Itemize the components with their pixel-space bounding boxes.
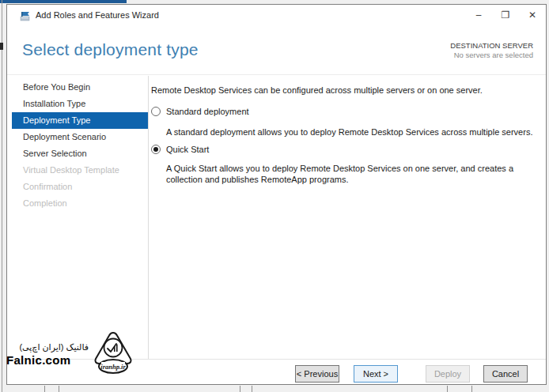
nav-content-divider [148,76,149,359]
falnic-watermark: فالنیک (ایران اچ‌پی) Falnic.com iranhp.i… [2,334,138,375]
deploy-button[interactable]: Deploy [426,365,470,383]
page-title: Select deployment type [22,40,199,59]
nav-item-confirmation: Confirmation [12,179,148,195]
destination-server-block: DESTINATION SERVER No servers are select… [450,41,533,60]
nav-item-virtual-desktop-template: Virtual Desktop Template [12,162,148,179]
title-bar[interactable]: Add Roles and Features Wizard – ❐ ✕ [7,5,546,25]
background-grid-line [59,386,59,392]
minimize-button[interactable]: – [465,5,492,25]
background-grid-line [240,386,240,392]
intro-text: Remote Desktop Services can be configure… [151,85,543,96]
watermark-text: فالنیک (ایران اچ‌پی) Falnic.com [2,341,89,367]
background-grid-line [447,386,448,392]
close-button[interactable]: ✕ [519,5,546,25]
standard-deployment-description: A standard deployment allows you to depl… [166,126,549,138]
window-title: Add Roles and Features Wizard [36,10,159,20]
nav-item-installation-type[interactable]: Installation Type [12,96,148,112]
nav-item-deployment-type[interactable]: Deployment Type [12,112,148,129]
iranhp-logo: iranhp.ir [90,330,136,378]
nav-item-server-selection[interactable]: Server Selection [12,145,148,162]
background-window-strip [0,0,127,3]
standard-deployment-option[interactable]: Standard deployment [151,107,249,116]
standard-deployment-label[interactable]: Standard deployment [166,107,249,116]
background-artifact [0,43,3,50]
watermark-domain-text: Falnic.com [2,353,89,367]
destination-server-label: DESTINATION SERVER [450,41,533,51]
background-grid-line [252,386,252,392]
nav-item-before-you-begin[interactable]: Before You Begin [12,79,148,96]
destination-server-status: No servers are selected [450,51,533,60]
next-button[interactable]: Next > [354,365,398,383]
nav-item-deployment-scenario[interactable]: Deployment Scenario [12,129,148,145]
maximize-button[interactable]: ❐ [492,5,519,25]
wizard-flag-icon [20,10,31,21]
screen: Add Roles and Features Wizard – ❐ ✕ Sele… [0,0,549,392]
standard-deployment-radio[interactable] [151,107,161,116]
quick-start-radio[interactable] [151,145,161,154]
header-separator [7,74,546,75]
wizard-nav: Before You Begin Installation Type Deplo… [12,79,148,212]
wizard-dialog: Add Roles and Features Wizard – ❐ ✕ Sele… [6,4,547,385]
quick-start-description: A Quick Start allows you to deploy Remot… [166,163,549,185]
previous-button[interactable]: < Previous [295,365,339,383]
watermark-persian-text: فالنیک (ایران اچ‌پی) [2,341,89,353]
quick-start-label[interactable]: Quick Start [166,145,209,154]
background-grid-line [44,386,45,392]
window-controls: – ❐ ✕ [465,5,546,25]
nav-item-completion: Completion [12,195,148,212]
cancel-button[interactable]: Cancel [483,365,528,383]
background-grid-line [471,386,472,392]
quick-start-option[interactable]: Quick Start [151,145,209,154]
